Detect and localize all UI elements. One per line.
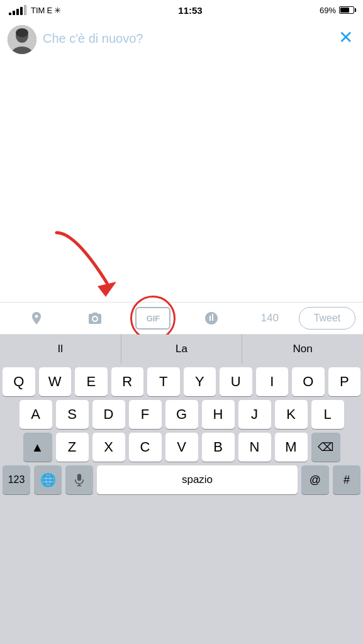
key-p[interactable]: P (328, 367, 361, 396)
status-left: TIM E ✳ (9, 5, 61, 15)
svg-rect-5 (77, 474, 81, 481)
globe-icon: 🌐 (40, 472, 56, 487)
battery-percent: 69% (320, 6, 336, 15)
key-i[interactable]: I (256, 367, 289, 396)
clock: 11:53 (178, 5, 202, 16)
key-w[interactable]: W (39, 367, 72, 396)
key-k[interactable]: K (275, 400, 308, 429)
key-g[interactable]: G (165, 400, 198, 429)
key-q[interactable]: Q (3, 367, 35, 396)
shift-key[interactable]: ▲ (23, 433, 52, 462)
autocomplete-item-il[interactable]: Il (0, 335, 121, 364)
location-icon-button[interactable] (8, 311, 66, 326)
key-z[interactable]: Z (56, 433, 89, 462)
globe-key[interactable]: 🌐 (34, 465, 62, 494)
autocomplete-bar: Il La Non (0, 335, 363, 364)
key-c[interactable]: C (129, 433, 162, 462)
key-l[interactable]: L (311, 400, 344, 429)
key-d[interactable]: D (92, 400, 125, 429)
keyboard-row-3: ▲ Z X C V B N M ⌫ (0, 429, 363, 462)
avatar (8, 25, 36, 54)
svg-point-2 (16, 28, 28, 37)
keyboard: Q W E R T Y U I O P A S D F G H J K L ▲ … (0, 364, 363, 644)
keyboard-row-2: A S D F G H J K L (0, 396, 363, 429)
microphone-icon (73, 473, 86, 487)
battery-icon (339, 6, 354, 14)
gif-label[interactable]: GIF (135, 307, 170, 330)
key-o[interactable]: O (292, 367, 325, 396)
tweet-button[interactable]: Tweet (299, 307, 355, 330)
key-b[interactable]: B (202, 433, 235, 462)
autocomplete-item-non[interactable]: Non (242, 335, 363, 364)
char-count: 140 (240, 312, 299, 325)
compose-right: Che c'è di nuovo? ✕ (43, 25, 355, 63)
keyboard-bottom-row: 123 🌐 spazio @ # (0, 462, 363, 499)
brightness-icon: ✳ (54, 6, 61, 15)
key-u[interactable]: U (220, 367, 252, 396)
close-button[interactable]: ✕ (338, 29, 353, 47)
svg-marker-4 (98, 282, 116, 297)
status-bar: TIM E ✳ 11:53 69% (0, 0, 363, 19)
key-n[interactable]: N (238, 433, 271, 462)
signal-bars (9, 5, 26, 15)
key-j[interactable]: J (238, 400, 271, 429)
annotation-arrow (38, 226, 164, 308)
key-t[interactable]: T (147, 367, 180, 396)
key-m[interactable]: M (275, 433, 308, 462)
key-x[interactable]: X (92, 433, 125, 462)
at-key[interactable]: @ (301, 465, 329, 494)
microphone-key[interactable] (65, 465, 93, 494)
toolbar: GIF 140 Tweet (0, 302, 363, 335)
numbers-key[interactable]: 123 (3, 465, 30, 494)
autocomplete-item-la[interactable]: La (121, 335, 243, 364)
key-e[interactable]: E (75, 367, 108, 396)
hash-key[interactable]: # (333, 465, 360, 494)
carrier-label: TIM (31, 6, 45, 15)
status-right: 69% (320, 6, 354, 15)
key-r[interactable]: R (111, 367, 144, 396)
network-type: E (47, 6, 52, 15)
delete-key[interactable]: ⌫ (311, 433, 340, 462)
compose-input[interactable]: Che c'è di nuovo? (43, 25, 355, 63)
compose-area: Che c'è di nuovo? ✕ (0, 19, 363, 164)
gif-button[interactable]: GIF (124, 307, 182, 330)
space-key[interactable]: spazio (97, 465, 298, 494)
key-v[interactable]: V (165, 433, 198, 462)
key-s[interactable]: S (56, 400, 89, 429)
poll-icon-button[interactable] (182, 311, 241, 326)
camera-icon-button[interactable] (66, 311, 125, 326)
key-f[interactable]: F (129, 400, 162, 429)
key-y[interactable]: Y (184, 367, 216, 396)
keyboard-row-1: Q W E R T Y U I O P (0, 364, 363, 396)
key-h[interactable]: H (202, 400, 235, 429)
key-a[interactable]: A (20, 400, 52, 429)
